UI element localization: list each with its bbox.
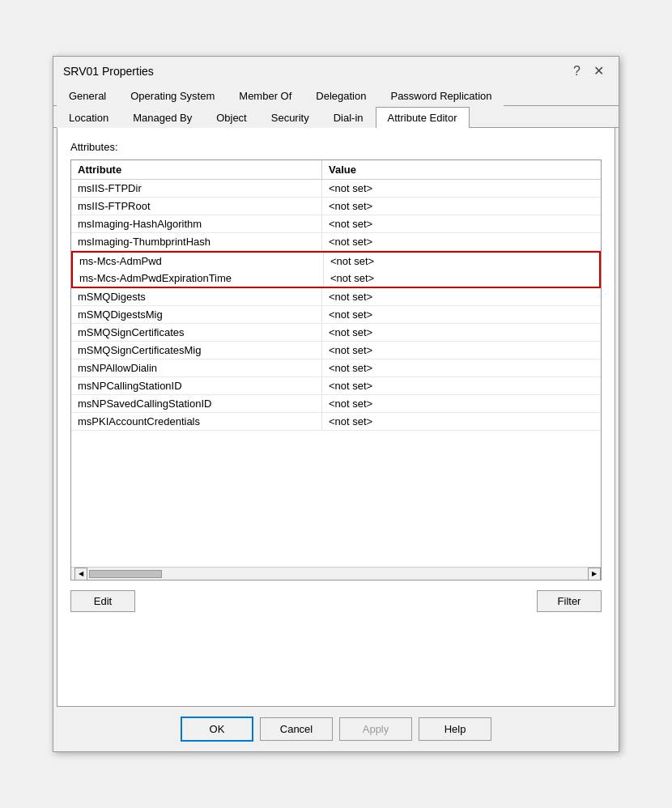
tab-operating-system[interactable]: Operating System: [118, 85, 227, 106]
close-button[interactable]: ✕: [589, 63, 609, 79]
tab-attribute-editor[interactable]: Attribute Editor: [376, 107, 470, 128]
cell-attribute: mSMQSignCertificatesMig: [71, 342, 322, 359]
tab-security[interactable]: Security: [259, 107, 321, 128]
cell-value: <not set>: [322, 359, 601, 376]
cell-attribute: msPKIAccountCredentials: [71, 413, 322, 430]
cancel-button[interactable]: Cancel: [260, 717, 333, 741]
ok-button[interactable]: OK: [181, 717, 253, 742]
table-row[interactable]: msPKIAccountCredentials<not set>: [71, 413, 601, 431]
dialog-title: SRV01 Properties: [63, 65, 154, 78]
cell-value: <not set>: [322, 324, 601, 341]
table-row[interactable]: mSMQSignCertificatesMig<not set>: [71, 342, 601, 359]
dialog: SRV01 Properties ? ✕ GeneralOperating Sy…: [53, 56, 619, 752]
section-label: Attributes:: [70, 141, 602, 153]
cell-value: <not set>: [322, 306, 601, 323]
table-row[interactable]: ms-Mcs-AdmPwd<not set>: [71, 251, 601, 270]
cell-attribute: msNPAllowDialin: [71, 359, 322, 376]
table-row[interactable]: ms-Mcs-AdmPwdExpirationTime<not set>: [71, 270, 601, 288]
table-row[interactable]: msNPAllowDialin<not set>: [71, 359, 601, 377]
tab-dial-in[interactable]: Dial-in: [321, 107, 376, 128]
tab-general[interactable]: General: [57, 85, 118, 106]
tab-password-replication[interactable]: Password Replication: [378, 85, 504, 106]
cell-value: <not set>: [322, 180, 601, 197]
cell-value: <not set>: [322, 288, 601, 305]
cell-value: <not set>: [322, 342, 601, 359]
h-scroll-thumb[interactable]: [89, 570, 162, 578]
table-row[interactable]: msIIS-FTPDir<not set>: [71, 180, 601, 198]
table-buttons: Edit Filter: [70, 590, 602, 612]
apply-button[interactable]: Apply: [339, 717, 412, 741]
cell-attribute: msIIS-FTPDir: [71, 180, 322, 197]
cell-value: <not set>: [322, 413, 601, 430]
table-row[interactable]: msIIS-FTPRoot<not set>: [71, 198, 601, 215]
table-row[interactable]: msImaging-HashAlgorithm<not set>: [71, 215, 601, 233]
help-footer-button[interactable]: Help: [419, 717, 491, 741]
tabs-row-1: GeneralOperating SystemMember OfDelegati…: [53, 84, 619, 106]
table-row[interactable]: mSMQDigestsMig<not set>: [71, 306, 601, 324]
col-header-value: Value: [322, 160, 601, 179]
cell-value: <not set>: [324, 253, 599, 270]
table-row[interactable]: msImaging-ThumbprintHash<not set>: [71, 233, 601, 251]
attributes-table: Attribute Value msIIS-FTPDir<not set>msI…: [70, 159, 602, 580]
tab-delegation[interactable]: Delegation: [304, 85, 378, 106]
cell-attribute: msNPSavedCallingStationID: [71, 395, 322, 412]
tabs-row-2: LocationManaged ByObjectSecurityDial-inA…: [53, 105, 619, 128]
cell-attribute: mSMQSignCertificates: [71, 324, 322, 341]
cell-value: <not set>: [322, 215, 601, 232]
tab-object[interactable]: Object: [204, 107, 259, 128]
tab-member-of[interactable]: Member Of: [227, 85, 304, 106]
cell-value: <not set>: [324, 270, 599, 287]
cell-value: <not set>: [322, 198, 601, 215]
cell-attribute: mSMQDigests: [71, 288, 322, 305]
cell-attribute: ms-Mcs-AdmPwd: [73, 253, 324, 270]
table-row[interactable]: mSMQDigests<not set>: [71, 288, 601, 306]
cell-value: <not set>: [322, 377, 601, 394]
cell-attribute: msNPCallingStationID: [71, 377, 322, 394]
cell-attribute: msImaging-ThumbprintHash: [71, 233, 322, 250]
table-row[interactable]: mSMQSignCertificates<not set>: [71, 324, 601, 342]
scroll-left-arrow[interactable]: ◀: [74, 568, 87, 580]
title-bar: SRV01 Properties ? ✕: [53, 57, 619, 84]
table-row[interactable]: msNPCallingStationID<not set>: [71, 377, 601, 395]
tab-managed-by[interactable]: Managed By: [121, 107, 204, 128]
cell-attribute: msIIS-FTPRoot: [71, 198, 322, 215]
table-body[interactable]: msIIS-FTPDir<not set>msIIS-FTPRoot<not s…: [71, 180, 601, 567]
cell-value: <not set>: [322, 395, 601, 412]
tab-location[interactable]: Location: [57, 107, 121, 128]
filter-button[interactable]: Filter: [537, 590, 602, 612]
table-row[interactable]: msNPSavedCallingStationID<not set>: [71, 395, 601, 413]
content-area: Attributes: Attribute Value msIIS-FTPDir…: [57, 128, 615, 707]
scroll-right-arrow[interactable]: ▶: [588, 568, 601, 580]
title-bar-controls: ? ✕: [568, 63, 609, 79]
edit-button[interactable]: Edit: [70, 590, 135, 612]
col-header-attribute: Attribute: [71, 160, 322, 179]
help-button[interactable]: ?: [568, 63, 585, 79]
cell-attribute: ms-Mcs-AdmPwdExpirationTime: [73, 270, 324, 287]
cell-value: <not set>: [322, 233, 601, 250]
horizontal-scrollbar[interactable]: ◀ ▶: [71, 567, 601, 580]
dialog-footer: OK Cancel Apply Help: [53, 707, 619, 751]
table-header: Attribute Value: [71, 160, 601, 180]
cell-attribute: msImaging-HashAlgorithm: [71, 215, 322, 232]
cell-attribute: mSMQDigestsMig: [71, 306, 322, 323]
